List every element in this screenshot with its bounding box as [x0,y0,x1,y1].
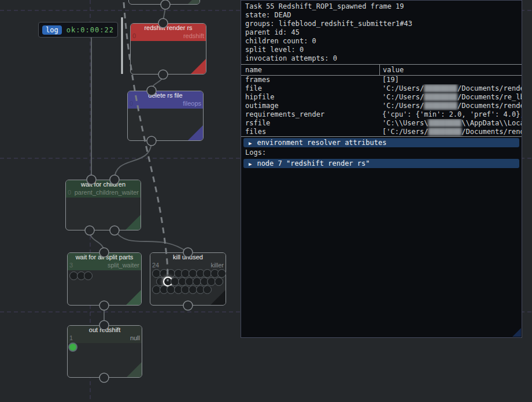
node-task-count: 0 [130,100,133,107]
env-resolver-expander[interactable]: ▶environment resolver attributes [243,138,519,147]
node-title: wait for children [66,180,141,189]
table-row: file 'C:/Users/████████/Documents/render… [241,84,522,93]
node-out-redshift[interactable]: out redshift 1 null [67,325,142,378]
log-status-text: ok:0:00:22 [66,26,114,34]
node-corner-flag [188,125,203,140]
node-task-count: 0 [132,32,136,40]
node-type-label: null [130,334,140,342]
node-corner-flag [210,290,226,305]
node-title: redshift render rs [131,24,206,32]
expand-arrow-icon: ▶ [249,161,252,167]
node-task-count: 0 [68,189,71,196]
censored-text: ████████ [424,93,457,101]
task-invocation-attempts: invocation attempts: 0 [245,54,522,63]
table-row: hipfile 'C:/Users/████████/Documents/re_… [241,93,522,102]
node-header: wait for children 0 parent_children_wait… [66,180,141,198]
task-groups: groups: lifeblood_redshift_submitter1#43 [245,20,522,28]
censored-text: ████████ [424,84,457,92]
node-corner-flag [126,290,141,305]
column-header-name: name [241,65,379,75]
node-title: out redshift [68,326,142,334]
log-node-label: node 7 "redshift render rs" [257,159,370,168]
node-corner-flag [127,362,142,377]
invocation-log-badge[interactable]: log ok:0:00:22 [38,22,118,38]
panel-resize-handle[interactable] [512,328,521,337]
task-dot[interactable] [215,277,223,286]
expand-arrow-icon: ▶ [249,140,252,146]
node-kill-unused[interactable]: kill unused 24 killer [150,252,226,306]
censored-text: ████████ [424,102,457,110]
attributes-table: name value frames [19] file 'C:/Users/██… [241,64,522,137]
task-split-level: split level: 0 [245,46,522,54]
task-dot-active[interactable] [68,343,77,352]
node-type-label: redshift [183,32,204,40]
node-corner-flag [125,215,141,230]
node-redshift-render-rs[interactable]: redshift render rs 0 redshift [130,23,206,75]
node-header: out redshift 1 null [68,326,142,343]
node-wait-for-all-split-parts[interactable]: wait for all split parts 3 split_waiter [67,252,142,306]
column-header-value: value [379,65,522,75]
node-delete-rs-file[interactable]: delete rs file 0 fileops [127,91,204,141]
node-header: delete rs file 0 fileops [128,91,203,109]
node-task-count: 1 [69,334,73,342]
censored-text: ████████ [428,119,461,127]
task-details-panel: Task 55 Redshift_ROP1_spawned frame 19 s… [241,0,522,338]
table-row: rsfile 'C:\\Users\████████\\AppData\\Loc… [241,119,522,128]
table-row: requirements_render {'cpu': {'min': 2.0,… [241,110,522,119]
censored-text: ████████ [428,128,461,136]
table-row: outimage 'C:/Users/████████/Documents/re… [241,102,522,110]
node-corner-flag [191,59,206,74]
task-state: state: DEAD [245,11,522,20]
logs-section-label: Logs: [241,147,522,158]
node-partial-top[interactable] [128,0,200,5]
task-summary: Task 55 Redshift_ROP1_spawned frame 19 s… [241,1,522,64]
table-row: frames [19] [241,76,522,84]
node-type-label: parent_children_waiter [75,189,139,196]
node-type-label: fileops [183,100,201,107]
task-parent-id: parent id: 45 [245,28,522,37]
task-children-count: children count: 0 [245,37,522,46]
table-row: files ['C:/Users/████████/Documents/rend… [241,128,522,137]
env-resolver-label: environment resolver attributes [257,139,386,147]
node-header: redshift render rs 0 redshift [131,24,206,41]
task-dot[interactable] [84,271,93,280]
task-dot[interactable] [217,269,226,278]
log-node-expander[interactable]: ▶node 7 "redshift render rs" [243,159,519,168]
task-title: Task 55 Redshift_ROP1_spawned frame 19 [245,2,522,11]
table-header-row: name value [241,64,522,76]
node-title: delete rs file [128,91,203,100]
log-button[interactable]: log [42,25,62,35]
node-wait-for-children[interactable]: wait for children 0 parent_children_wait… [65,180,141,230]
